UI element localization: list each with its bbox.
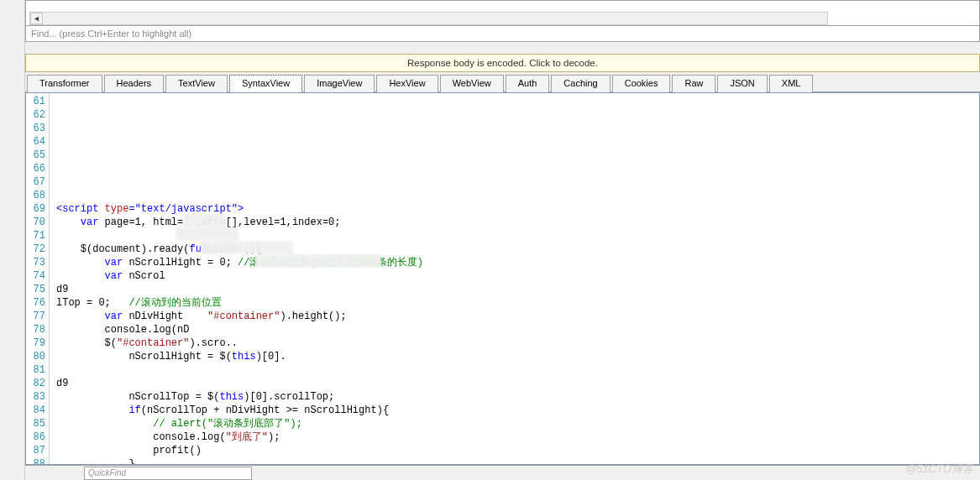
code-line: $("#container").scro.. bbox=[56, 337, 979, 350]
line-number: 87 bbox=[26, 444, 45, 457]
code-line: var nScrol bbox=[56, 269, 979, 283]
code-line: // alert("滚动条到底部了"); bbox=[56, 417, 979, 430]
tab-webview[interactable]: WebView bbox=[440, 75, 504, 92]
redacted-region bbox=[184, 214, 226, 227]
line-number: 82 bbox=[26, 377, 45, 390]
tab-cookies[interactable]: Cookies bbox=[612, 75, 671, 92]
line-number: 88 bbox=[26, 457, 45, 465]
tab-caching[interactable]: Caching bbox=[551, 75, 610, 92]
main-area: ◄ Find... (press Ctrl+Enter to highlight… bbox=[25, 0, 980, 480]
code-line: console.log(nD bbox=[56, 323, 979, 337]
tab-auth[interactable]: Auth bbox=[506, 75, 550, 92]
redacted-region bbox=[201, 241, 293, 254]
code-line: $(document).ready(function (){ bbox=[56, 243, 979, 256]
line-number: 86 bbox=[26, 430, 45, 444]
code-editor[interactable]: <script type="text/javascript"> var page… bbox=[50, 93, 979, 464]
scroll-left-arrow-icon[interactable]: ◄ bbox=[30, 13, 43, 24]
code-pane: 6162636465666768697071727374757677787980… bbox=[25, 92, 980, 465]
code-line: d9 bbox=[56, 283, 979, 296]
line-number: 61 bbox=[26, 95, 45, 108]
line-number: 83 bbox=[26, 390, 45, 404]
line-number: 76 bbox=[26, 296, 45, 310]
line-number: 70 bbox=[26, 216, 45, 229]
tab-raw[interactable]: Raw bbox=[672, 75, 715, 92]
tab-json[interactable]: JSON bbox=[717, 75, 767, 92]
tab-syntaxview[interactable]: SyntaxView bbox=[229, 75, 302, 92]
tab-textview[interactable]: TextView bbox=[165, 75, 228, 92]
line-number: 66 bbox=[26, 162, 45, 175]
bottom-bar: QuickFind bbox=[25, 465, 980, 480]
code-line: lTop = 0; //滚动到的当前位置 bbox=[56, 296, 979, 310]
line-number: 65 bbox=[26, 149, 45, 162]
code-line: if(nScrollTop + nDivHight >= nScrollHigh… bbox=[56, 404, 979, 417]
line-number: 68 bbox=[26, 189, 45, 202]
line-number: 73 bbox=[26, 256, 45, 269]
line-number: 77 bbox=[26, 310, 45, 323]
tab-xml[interactable]: XML bbox=[769, 75, 814, 92]
line-number: 75 bbox=[26, 283, 45, 296]
line-number: 62 bbox=[26, 108, 45, 122]
tab-hexview[interactable]: HexView bbox=[376, 75, 438, 92]
line-number: 63 bbox=[26, 122, 45, 135]
code-line: d9 bbox=[56, 377, 979, 390]
line-number: 80 bbox=[26, 350, 45, 363]
redacted-region bbox=[255, 254, 381, 268]
code-line bbox=[56, 363, 979, 377]
line-number: 72 bbox=[26, 243, 45, 256]
line-number: 74 bbox=[26, 269, 45, 283]
line-number: 81 bbox=[26, 363, 45, 377]
code-line: nScrollHight = $(this)[0]. bbox=[56, 350, 979, 363]
tab-transformer[interactable]: Transformer bbox=[27, 75, 102, 92]
code-line: profit() bbox=[56, 444, 979, 457]
tab-headers[interactable]: Headers bbox=[104, 75, 165, 92]
decode-notice-bar[interactable]: Response body is encoded. Click to decod… bbox=[25, 54, 980, 72]
code-line bbox=[56, 189, 979, 202]
line-number-gutter: 6162636465666768697071727374757677787980… bbox=[26, 93, 50, 464]
panel-gap bbox=[25, 42, 980, 54]
code-line: var nScrollHight = 0; //滚动距离总长(注意不是滚动条的长… bbox=[56, 256, 979, 269]
code-line: console.log("到底了"); bbox=[56, 430, 979, 444]
inspector-tabs: TransformerHeadersTextViewSyntaxViewImag… bbox=[25, 72, 980, 92]
line-number: 84 bbox=[26, 404, 45, 417]
line-number: 67 bbox=[26, 175, 45, 189]
line-number: 71 bbox=[26, 229, 45, 243]
quickfind-input[interactable]: QuickFind bbox=[84, 467, 252, 480]
line-number: 78 bbox=[26, 323, 45, 337]
left-rail bbox=[0, 0, 25, 480]
find-input[interactable]: Find... (press Ctrl+Enter to highlight a… bbox=[25, 25, 980, 42]
code-line: var nDivHight "#container").height(); bbox=[56, 310, 979, 323]
code-line: nScrollTop = $(this)[0].scrollTop; bbox=[56, 390, 979, 404]
code-line: } bbox=[56, 457, 979, 465]
line-number: 79 bbox=[26, 337, 45, 350]
tab-imageview[interactable]: ImageView bbox=[304, 75, 375, 92]
upper-panel: ◄ bbox=[25, 0, 980, 25]
line-number: 69 bbox=[26, 202, 45, 216]
line-number: 64 bbox=[26, 135, 45, 149]
redacted-region bbox=[176, 227, 238, 241]
upper-hscrollbar[interactable]: ◄ bbox=[29, 12, 828, 25]
line-number: 85 bbox=[26, 417, 45, 430]
